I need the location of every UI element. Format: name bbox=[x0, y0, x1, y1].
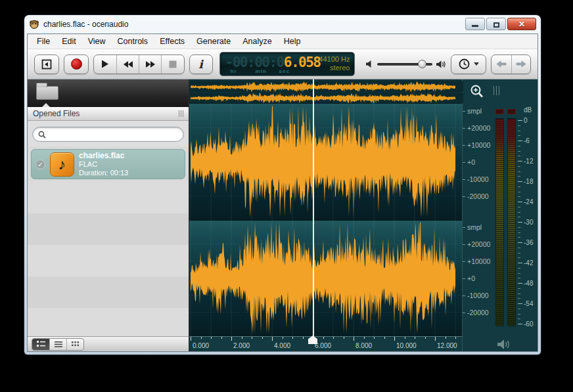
ruler-tick bbox=[303, 337, 304, 339]
volume-high-icon bbox=[436, 60, 446, 69]
ruler-label: 10.000 bbox=[396, 342, 417, 349]
zoom-in-icon[interactable] bbox=[469, 84, 485, 100]
play-button[interactable] bbox=[94, 55, 116, 74]
clock-icon bbox=[459, 58, 470, 70]
amplitude-scale: smpl+20000+10000+0-10000-20000smpl+20000… bbox=[463, 104, 492, 336]
scale-label: smpl bbox=[467, 107, 482, 115]
scale-tick bbox=[463, 295, 465, 296]
ruler-tick bbox=[364, 337, 365, 339]
volume-slider[interactable] bbox=[377, 63, 432, 66]
fast-forward-button[interactable] bbox=[139, 55, 161, 74]
meter-grip-icon[interactable] bbox=[493, 86, 499, 95]
time-ruler[interactable]: 0.0002.0004.0006.0008.00010.00012.000 bbox=[189, 336, 462, 351]
waveform-panel: 0.0002.0004.0006.0008.00010.00012.000 bbox=[189, 79, 538, 351]
scale-label: +20000 bbox=[467, 240, 490, 248]
menu-generate[interactable]: Generate bbox=[191, 35, 237, 48]
minimize-icon bbox=[472, 25, 478, 27]
menu-bar: File Edit View Controls Effects Generate… bbox=[28, 34, 538, 49]
db-tick bbox=[518, 156, 520, 156]
main-area: Opened Files ✓ ♪ bbox=[28, 79, 538, 351]
scale-tick bbox=[463, 278, 465, 279]
db-label: -48 bbox=[524, 280, 533, 287]
list-view-icon bbox=[55, 341, 62, 347]
db-tick bbox=[518, 278, 520, 278]
ruler-tick bbox=[323, 337, 324, 339]
ruler-tick bbox=[231, 337, 232, 341]
menu-file[interactable]: File bbox=[31, 35, 56, 48]
ruler-tick bbox=[252, 337, 252, 339]
scale-label: +0 bbox=[467, 158, 475, 166]
info-button[interactable]: i bbox=[189, 54, 213, 74]
file-list-item[interactable]: ✓ ♪ charlies.flac FLAC Duration: 00:13 bbox=[31, 149, 185, 179]
playhead-cursor[interactable] bbox=[313, 79, 314, 336]
db-scale: dB0-6-12-18-24-30-36-42-48-54-60 bbox=[518, 104, 538, 336]
search-box[interactable] bbox=[32, 127, 184, 142]
panel-header[interactable]: Opened Files bbox=[28, 107, 189, 121]
db-tick bbox=[518, 181, 522, 182]
chevron-down-icon bbox=[474, 62, 479, 66]
forward-button[interactable] bbox=[511, 55, 530, 74]
time-format-dropdown[interactable] bbox=[451, 54, 486, 74]
maximize-button[interactable] bbox=[486, 18, 506, 30]
db-tick bbox=[518, 202, 522, 202]
db-tick bbox=[518, 237, 520, 238]
titlebar[interactable]: charlies.flac - ocenaudio ✕ bbox=[24, 15, 541, 33]
scale-tick bbox=[463, 196, 465, 197]
db-tick bbox=[518, 303, 522, 304]
panel-grip-icon[interactable] bbox=[179, 110, 183, 117]
search-input[interactable] bbox=[49, 130, 178, 139]
db-label: -18 bbox=[524, 178, 533, 185]
stop-button[interactable] bbox=[161, 55, 183, 74]
ruler-label: 12.000 bbox=[437, 342, 457, 349]
menu-view[interactable]: View bbox=[82, 35, 112, 48]
db-unit-label: dB bbox=[524, 106, 532, 114]
db-tick bbox=[518, 257, 520, 258]
menu-analyze[interactable]: Analyze bbox=[237, 35, 277, 48]
opened-files-folder-icon[interactable] bbox=[36, 86, 58, 100]
monitor-speaker-icon[interactable] bbox=[497, 338, 511, 351]
back-button[interactable] bbox=[492, 55, 511, 74]
menu-help[interactable]: Help bbox=[278, 35, 307, 48]
scale-label: smpl bbox=[467, 223, 482, 231]
ruler-tick bbox=[242, 337, 242, 339]
view-detail-button[interactable] bbox=[32, 339, 49, 350]
scale-tick bbox=[463, 261, 465, 262]
file-meta: charlies.flac FLAC Duration: 00:13 bbox=[79, 152, 128, 177]
waveform-view[interactable] bbox=[189, 104, 462, 336]
ruler-tick bbox=[354, 337, 354, 341]
window-frame: File Edit View Controls Effects Generate… bbox=[27, 33, 538, 352]
close-button[interactable]: ✕ bbox=[507, 18, 536, 30]
go-to-start-button[interactable] bbox=[34, 54, 59, 74]
ruler-tick bbox=[435, 337, 436, 341]
db-tick bbox=[518, 263, 522, 263]
view-grid-button[interactable] bbox=[66, 339, 83, 350]
volume-low-icon bbox=[365, 60, 374, 68]
file-duration: Duration: 00:13 bbox=[79, 169, 128, 177]
scale-label: -20000 bbox=[467, 192, 489, 200]
db-label: -36 bbox=[524, 239, 533, 246]
db-tick bbox=[518, 324, 522, 324]
scale-label: +20000 bbox=[467, 124, 490, 132]
menu-effects[interactable]: Effects bbox=[154, 35, 191, 48]
db-tick bbox=[518, 314, 520, 315]
scale-tick bbox=[463, 111, 465, 112]
menu-controls[interactable]: Controls bbox=[112, 35, 154, 48]
view-list-button[interactable] bbox=[49, 339, 66, 350]
record-button[interactable] bbox=[64, 54, 89, 74]
minimize-button[interactable] bbox=[465, 18, 485, 30]
ruler-tick bbox=[344, 337, 344, 339]
overview-strip[interactable] bbox=[189, 79, 462, 104]
ruler-tick bbox=[425, 337, 426, 339]
rewind-button[interactable] bbox=[116, 55, 139, 74]
audio-file-icon: ♪ bbox=[50, 152, 74, 177]
db-tick bbox=[518, 242, 522, 243]
scale-tick bbox=[463, 128, 465, 129]
db-tick bbox=[518, 196, 520, 197]
db-tick bbox=[518, 151, 520, 152]
volume-knob[interactable] bbox=[418, 60, 426, 68]
file-check-icon: ✓ bbox=[35, 160, 45, 169]
right-panel: smpl+20000+10000+0-10000-20000smpl+20000… bbox=[462, 79, 538, 351]
menu-edit[interactable]: Edit bbox=[56, 35, 82, 48]
app-window: charlies.flac - ocenaudio ✕ File Edit Vi… bbox=[24, 14, 541, 355]
scale-tick bbox=[463, 244, 465, 245]
